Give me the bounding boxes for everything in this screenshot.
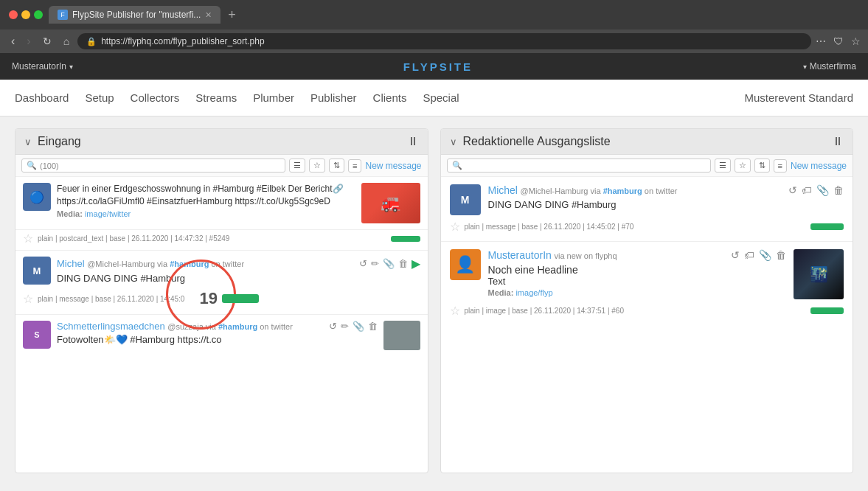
left-msg1-footer: ☆ plain | postcard_text | base | 26.11.2… — [15, 230, 428, 251]
left-msg1-star[interactable]: ☆ — [23, 231, 33, 246]
app-header: MusterautorIn ▾ FLYPSITE ▾ Musterfirma — [0, 53, 868, 80]
nav-dashboard[interactable]: Dashboard — [15, 91, 69, 104]
right-msg1-footer: ☆ plain | message | base | 26.11.2020 | … — [450, 220, 844, 234]
right-list-btn[interactable]: ☰ — [715, 159, 731, 173]
circle-number: 19 — [199, 289, 217, 308]
forward-button[interactable]: › — [23, 33, 34, 49]
nav-collectors[interactable]: Collectors — [131, 91, 180, 104]
right-msg2-thumb: 🌃 — [794, 249, 844, 299]
nav-setup[interactable]: Setup — [85, 91, 114, 104]
left-msg2-delete-btn[interactable]: 🗑 — [398, 257, 408, 271]
right-message-2: 👤 MusterautorIn via new on flyphq ↺ 🏷 📎 … — [441, 242, 853, 325]
add-tab-button[interactable]: + — [228, 7, 236, 23]
browser-tab[interactable]: F FlypSite Publisher for "musterfi... ✕ — [49, 6, 221, 24]
right-msg2-delete-btn[interactable]: 🗑 — [776, 249, 786, 261]
right-msg1-hashtag[interactable]: #hamburg — [603, 187, 642, 195]
reload-button[interactable]: ↻ — [39, 34, 55, 49]
star-bookmark-icon[interactable]: ☆ — [851, 35, 861, 47]
right-msg1-refresh-btn[interactable]: ↺ — [788, 184, 797, 196]
home-button[interactable]: ⌂ — [60, 34, 73, 49]
user-label: MusterautorIn — [12, 61, 66, 72]
left-list-btn[interactable]: ☰ — [289, 159, 305, 173]
left-msg3-author[interactable]: Schmetterlingsmaedchen — [57, 321, 165, 332]
right-toolbar: 🔍 ☰ ☆ ⇅ ≡ New message — [441, 155, 853, 177]
brand-logo: FLYPSITE — [403, 60, 473, 73]
left-panel-title: Eingang — [38, 135, 401, 148]
right-panel-toggle-icon[interactable]: ∨ — [450, 136, 457, 147]
user-chevron-icon: ▾ — [69, 63, 73, 71]
left-msg2-edit-btn[interactable]: ✏ — [371, 257, 379, 271]
left-msg3-attach-btn[interactable]: 📎 — [353, 321, 364, 332]
right-msg1-attach-btn[interactable]: 📎 — [816, 184, 829, 196]
right-msg2-attach-btn[interactable]: 📎 — [759, 249, 771, 261]
right-filter-btn[interactable]: ≡ — [774, 159, 787, 173]
left-msg3-edit-btn[interactable]: ✏ — [341, 321, 349, 332]
left-msg2-text: DING DANG DING #Hamburg — [57, 273, 420, 284]
left-msg3-refresh-btn[interactable]: ↺ — [329, 321, 337, 332]
right-msg1-star[interactable]: ☆ — [450, 220, 460, 234]
left-msg2-attach-btn[interactable]: 📎 — [383, 257, 395, 271]
left-msg2-hashtag[interactable]: #hamburg — [170, 260, 209, 268]
left-msg3-avatar: S — [23, 321, 51, 349]
right-msg2-author[interactable]: MusterautorIn — [488, 249, 552, 261]
back-button[interactable]: ‹ — [7, 33, 18, 49]
user-dropdown[interactable]: MusterautorIn ▾ — [12, 61, 73, 72]
right-msg2-star[interactable]: ☆ — [450, 304, 460, 318]
right-msg2-avatar: 👤 — [450, 249, 481, 280]
left-msg1-thumb: 🚒 — [361, 183, 420, 223]
left-filter-btn[interactable]: ≡ — [348, 159, 361, 173]
left-star-filter-btn[interactable]: ☆ — [309, 159, 325, 173]
left-new-message-btn[interactable]: New message — [365, 161, 421, 171]
minimize-dot[interactable] — [21, 10, 30, 19]
right-msg1-delete-btn[interactable]: 🗑 — [833, 184, 844, 196]
left-msg3-header: S Schmetterlingsmaedchen @suzzaja via #h… — [23, 321, 420, 350]
close-dot[interactable] — [9, 10, 18, 19]
right-msg2-info: MusterautorIn via new on flyphq ↺ 🏷 📎 🗑 … — [488, 249, 787, 297]
left-message-2: M Michel @Michel-Hamburg via #hamburg on… — [15, 251, 428, 315]
left-msg2-play-btn[interactable]: ▶ — [412, 257, 420, 271]
left-msg2-author[interactable]: Michel — [57, 258, 85, 269]
left-msg3-delete-btn[interactable]: 🗑 — [368, 321, 378, 332]
right-search-box[interactable]: 🔍 — [447, 159, 711, 173]
left-msg1-media-link[interactable]: image/twitter — [85, 209, 131, 218]
url-bar[interactable]: 🔒 https://flyphq.com/flyp_publisher_sort… — [77, 33, 811, 49]
right-new-message-btn[interactable]: New message — [791, 161, 847, 171]
left-msg2-refresh-btn[interactable]: ↺ — [359, 257, 367, 271]
address-bar: ‹ › ↻ ⌂ 🔒 https://flyphq.com/flyp_publis… — [0, 29, 868, 53]
left-sort-btn[interactable]: ⇅ — [329, 159, 344, 173]
nav-publisher[interactable]: Publisher — [310, 91, 357, 104]
left-msg2-meta: plain | message | base | 26.11.2020 | 14… — [38, 295, 184, 303]
right-star-filter-btn[interactable]: ☆ — [735, 159, 751, 173]
left-msg2-star[interactable]: ☆ — [23, 292, 33, 306]
left-search-box[interactable]: 🔍 (100) — [21, 159, 285, 173]
left-msg1-avatar: 🔵 — [23, 183, 51, 211]
shield-icon[interactable]: 🛡 — [833, 35, 844, 47]
left-msg1-progress — [391, 236, 420, 242]
company-label: Musterfirma — [810, 61, 856, 72]
left-panel-pause-icon[interactable]: ⏸ — [407, 135, 419, 148]
right-msg2-tag-btn[interactable]: 🏷 — [744, 249, 754, 261]
right-msg1-tag-btn[interactable]: 🏷 — [802, 184, 812, 196]
nav-special[interactable]: Special — [423, 91, 459, 104]
bookmarks-icon[interactable]: ⋯ — [816, 35, 826, 47]
nav-plumber[interactable]: Plumber — [253, 91, 294, 104]
left-msg3-hashtag[interactable]: #hamburg — [218, 322, 257, 331]
left-msg3-thumb — [383, 321, 420, 350]
tab-close-icon[interactable]: ✕ — [205, 10, 212, 20]
left-message-3: S Schmetterlingsmaedchen @suzzaja via #h… — [15, 315, 428, 356]
company-dropdown[interactable]: ▾ Musterfirma — [803, 61, 856, 72]
left-panel-toggle-icon[interactable]: ∨ — [24, 136, 32, 147]
security-icon: 🔒 — [86, 37, 97, 46]
circle-overlay: 19 — [192, 289, 258, 308]
right-msg1-author[interactable]: Michel — [488, 184, 518, 196]
nav-streams[interactable]: Streams — [195, 91, 237, 104]
right-sort-btn[interactable]: ⇅ — [754, 159, 770, 173]
nav-clients[interactable]: Clients — [373, 91, 407, 104]
right-panel-pause-icon[interactable]: ⏸ — [832, 135, 844, 148]
maximize-dot[interactable] — [34, 10, 43, 19]
right-msg2-media-link[interactable]: image/flyp — [515, 288, 552, 297]
window-controls — [9, 10, 43, 19]
right-msg2-refresh-btn[interactable]: ↺ — [731, 249, 740, 261]
right-msg1-avatar: M — [450, 184, 481, 215]
event-label: Musterevent Standard — [744, 91, 853, 104]
